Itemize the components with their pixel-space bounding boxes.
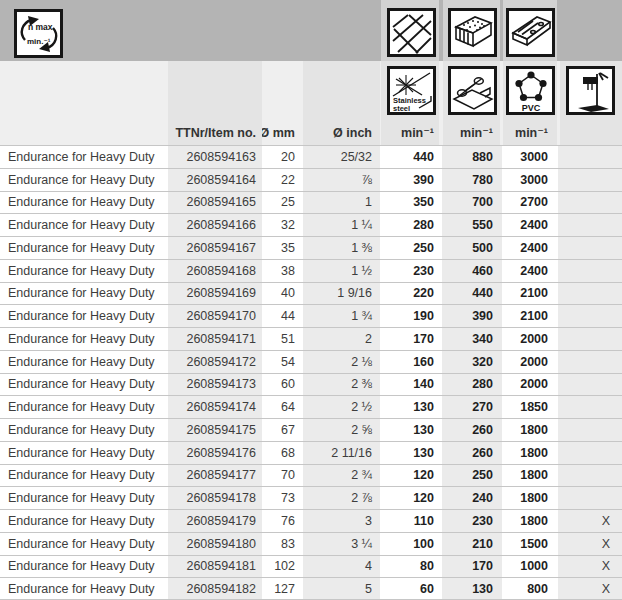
table-row: Endurance for Heavy Duty260859416422⅞390… xyxy=(0,168,622,191)
item-no-cell: 2608594174 xyxy=(168,396,262,418)
product-name-cell: Endurance for Heavy Duty xyxy=(0,328,168,350)
table-row: Endurance for Heavy Duty2608594176682 11… xyxy=(0,441,622,464)
diameter-inch-cell: 5 xyxy=(303,578,380,599)
stainless-label-line2: steel xyxy=(393,104,410,112)
rpm-brick-cell: 340 xyxy=(442,328,502,350)
product-name-cell: Endurance for Heavy Duty xyxy=(0,487,168,509)
table-row: Endurance for Heavy Duty2608594171512170… xyxy=(0,327,622,350)
diameter-inch-cell: 2 ⅜ xyxy=(303,374,380,396)
table-row: Endurance for Heavy Duty2608594180833 ¼1… xyxy=(0,532,622,555)
col-header-diameter-mm: Ø mm xyxy=(262,120,303,145)
rpm-wood-cell: 2400 xyxy=(502,260,558,282)
table-row: Endurance for Heavy Duty2608594168381 ½2… xyxy=(0,259,622,282)
table-row: Endurance for Heavy Duty2608594178732 ⅞1… xyxy=(0,486,622,509)
rpm-brick-cell: 880 xyxy=(442,146,502,168)
table-row: Endurance for Heavy Duty2608594166321 ¼2… xyxy=(0,213,622,236)
product-name-cell: Endurance for Heavy Duty xyxy=(0,146,168,168)
item-no-cell: 2608594176 xyxy=(168,442,262,464)
item-no-cell: 2608594173 xyxy=(168,374,262,396)
drill-stand-cell xyxy=(558,146,622,168)
rpm-brick-cell: 260 xyxy=(442,419,502,441)
diameter-inch-cell: 2 ⅝ xyxy=(303,419,380,441)
product-name-cell: Endurance for Heavy Duty xyxy=(0,283,168,305)
speed-rating-icon: n max. min.⁻¹ xyxy=(14,9,63,58)
item-no-cell: 2608594164 xyxy=(168,169,262,191)
table-row: Endurance for Heavy Duty2608594173602 ⅜1… xyxy=(0,373,622,396)
rpm-wood-cell: 1800 xyxy=(502,442,558,464)
rpm-tile-cell: 130 xyxy=(380,442,442,464)
drill-stand-cell xyxy=(558,283,622,305)
product-name-cell: Endurance for Heavy Duty xyxy=(0,465,168,487)
item-no-cell: 2608594180 xyxy=(168,533,262,555)
rpm-brick-cell: 500 xyxy=(442,237,502,259)
rpm-tile-cell: 130 xyxy=(380,419,442,441)
rpm-brick-cell: 320 xyxy=(442,351,502,373)
catalog-spec-table-page: n max. min.⁻¹ xyxy=(0,0,622,600)
rpm-brick-cell: 780 xyxy=(442,169,502,191)
diameter-mm-cell: 35 xyxy=(262,237,303,259)
drill-stand-cell: X xyxy=(558,578,622,599)
diameter-mm-cell: 102 xyxy=(262,556,303,578)
product-name-cell: Endurance for Heavy Duty xyxy=(0,533,168,555)
rpm-wood-cell: 3000 xyxy=(502,169,558,191)
diameter-inch-cell: 2 ½ xyxy=(303,396,380,418)
rpm-tile-cell: 280 xyxy=(380,214,442,236)
diameter-mm-cell: 22 xyxy=(262,169,303,191)
item-no-cell: 2608594165 xyxy=(168,192,262,214)
rpm-brick-cell: 700 xyxy=(442,192,502,214)
rpm-brick-cell: 390 xyxy=(442,305,502,327)
tile-icon xyxy=(387,8,436,57)
table-row: Endurance for Heavy Duty2608594174642 ½1… xyxy=(0,395,622,418)
rpm-wood-cell: 1800 xyxy=(502,419,558,441)
rpm-brick-cell: 130 xyxy=(442,578,502,599)
diameter-mm-cell: 68 xyxy=(262,442,303,464)
product-name-cell: Endurance for Heavy Duty xyxy=(0,510,168,532)
rpm-tile-cell: 190 xyxy=(380,305,442,327)
drill-stand-cell xyxy=(558,396,622,418)
diameter-mm-cell: 25 xyxy=(262,192,303,214)
diameter-mm-cell: 51 xyxy=(262,328,303,350)
rpm-brick-cell: 440 xyxy=(442,283,502,305)
item-no-cell: 2608594167 xyxy=(168,237,262,259)
rpm-tile-cell: 80 xyxy=(380,556,442,578)
table-row: Endurance for Heavy Duty2608594170441 ¾1… xyxy=(0,304,622,327)
drill-stand-cell xyxy=(558,351,622,373)
col-header-drill-stand xyxy=(558,120,622,145)
rpm-wood-cell: 2100 xyxy=(502,305,558,327)
diameter-inch-cell: 25/32 xyxy=(303,146,380,168)
table-row: Endurance for Heavy Duty26085941632025/3… xyxy=(0,145,622,168)
diameter-inch-cell: 1 ½ xyxy=(303,260,380,282)
rpm-wood-cell: 800 xyxy=(502,578,558,599)
rpm-tile-cell: 170 xyxy=(380,328,442,350)
rpm-brick-cell: 550 xyxy=(442,214,502,236)
diameter-inch-cell: 2 ⅛ xyxy=(303,351,380,373)
item-no-cell: 2608594182 xyxy=(168,578,262,599)
rpm-wood-cell: 1800 xyxy=(502,487,558,509)
rpm-brick-cell: 260 xyxy=(442,442,502,464)
rpm-tile-cell: 220 xyxy=(380,283,442,305)
item-no-cell: 2608594163 xyxy=(168,146,262,168)
rpm-tile-cell: 60 xyxy=(380,578,442,599)
diameter-mm-cell: 40 xyxy=(262,283,303,305)
drill-stand-cell xyxy=(558,237,622,259)
diameter-mm-cell: 73 xyxy=(262,487,303,509)
drill-stand-cell: X xyxy=(558,510,622,532)
pvc-icon: PVC xyxy=(506,66,555,115)
rpm-brick-cell: 270 xyxy=(442,396,502,418)
diameter-mm-cell: 60 xyxy=(262,374,303,396)
diameter-inch-cell: 4 xyxy=(303,556,380,578)
rpm-tile-cell: 120 xyxy=(380,465,442,487)
table-body: Endurance for Heavy Duty26085941632025/3… xyxy=(0,145,622,600)
hollow-brick-icon xyxy=(448,8,497,57)
table-header-row: TTNr/Item no. Ø mm Ø inch min⁻¹ min⁻¹ mi… xyxy=(0,120,622,145)
product-name-cell: Endurance for Heavy Duty xyxy=(0,260,168,282)
product-name-cell: Endurance for Heavy Duty xyxy=(0,374,168,396)
diameter-inch-cell: 1 ⅜ xyxy=(303,237,380,259)
rpm-wood-cell: 1500 xyxy=(502,533,558,555)
rpm-tile-cell: 160 xyxy=(380,351,442,373)
rpm-brick-cell: 240 xyxy=(442,487,502,509)
drill-stand-cell xyxy=(558,305,622,327)
rpm-brick-cell: 460 xyxy=(442,260,502,282)
product-name-cell: Endurance for Heavy Duty xyxy=(0,192,168,214)
drill-stand-icon xyxy=(566,66,615,115)
